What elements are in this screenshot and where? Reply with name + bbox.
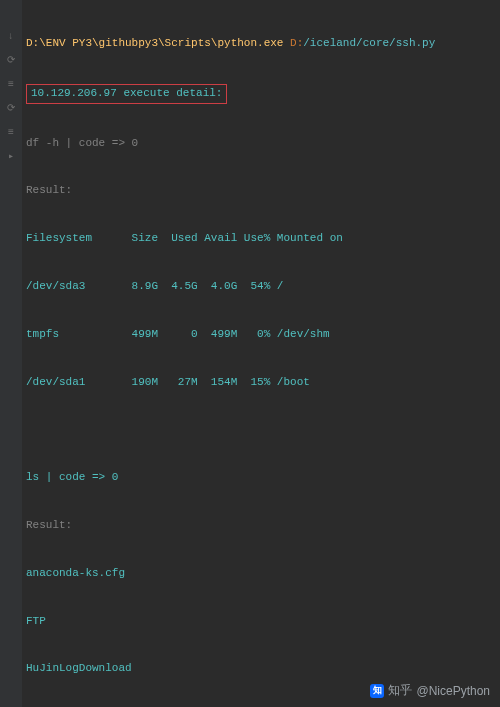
ls-row: HuJinLogDownload — [26, 661, 494, 677]
result-label: Result: — [26, 518, 494, 534]
watermark-handle: @NicePython — [416, 684, 490, 698]
df-row: /dev/sda1 190M 27M 154M 15% /boot — [26, 375, 494, 391]
run-header: D:\ENV PY3\githubpy3\Scripts\python.exe … — [26, 36, 494, 52]
gutter-icon: ⟳ — [5, 54, 17, 66]
zhihu-logo-icon: 知 — [370, 684, 384, 698]
ls-row: anaconda-ks.cfg — [26, 566, 494, 582]
host-header-box: 10.129.206.97 execute detail: — [26, 84, 227, 104]
console-output[interactable]: D:\ENV PY3\githubpy3\Scripts\python.exe … — [22, 0, 500, 707]
gutter-icon: ⟳ — [5, 102, 17, 114]
cmd-line: ls | code => 0 — [26, 470, 494, 486]
gutter-icon: ≡ — [5, 126, 17, 138]
ls-row: FTP — [26, 614, 494, 630]
df-row: /dev/sda3 8.9G 4.5G 4.0G 54% / — [26, 279, 494, 295]
watermark: 知 知乎 @NicePython — [370, 682, 490, 699]
df-header: Filesystem Size Used Avail Use% Mounted … — [26, 231, 494, 247]
gutter-icon: ≡ — [5, 78, 17, 90]
editor-gutter: ↓ ⟳ ≡ ⟳ ≡ ▸ — [0, 0, 22, 707]
cmd-line: df -h | code => 0 — [26, 136, 494, 152]
watermark-prefix: 知乎 — [388, 682, 412, 699]
df-row: tmpfs 499M 0 499M 0% /dev/shm — [26, 327, 494, 343]
result-label: Result: — [26, 183, 494, 199]
gutter-icon: ▸ — [5, 150, 17, 162]
gutter-icon: ↓ — [5, 30, 17, 42]
